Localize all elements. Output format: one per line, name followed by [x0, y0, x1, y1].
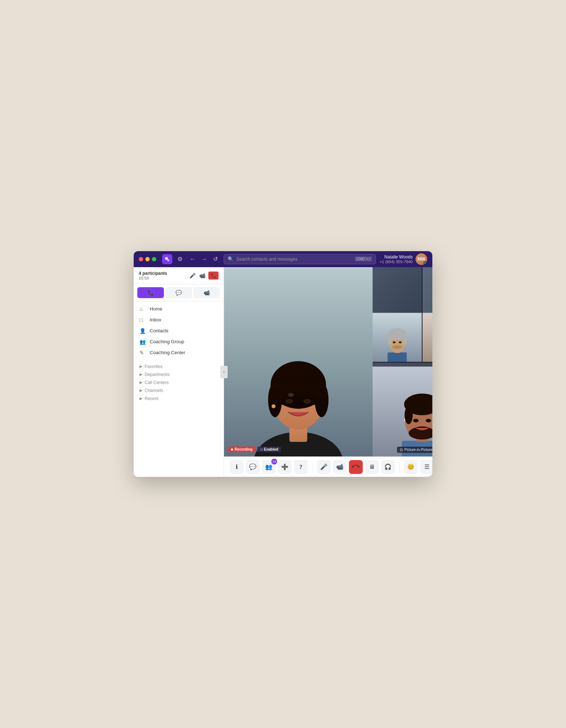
participant-video-2: [422, 267, 432, 362]
sidebar-tabs: 📞 💬 📹: [134, 284, 224, 301]
nav-label-contacts: Contacts: [150, 328, 168, 333]
end-call-small-button[interactable]: 📞: [208, 272, 219, 280]
sidebar: 4 participants 10:58 🎤 📹 📞 📞 💬 📹: [134, 267, 224, 477]
departments-label: Departments: [145, 372, 170, 377]
end-call-icon: 📞: [351, 462, 361, 472]
nav-arrows: ← → ↺: [188, 254, 220, 264]
tab-video[interactable]: 📹: [193, 287, 220, 298]
main-video-render: [224, 267, 373, 457]
inbox-icon: □: [139, 317, 146, 323]
call-centers-section[interactable]: ▶ Call Centers: [139, 379, 218, 387]
menu-button[interactable]: ☰: [420, 460, 432, 474]
svg-point-10: [315, 382, 329, 417]
search-shortcut: CMD + /: [355, 257, 372, 261]
add-participant-button[interactable]: ➕: [278, 460, 292, 474]
minimize-button[interactable]: [145, 257, 150, 261]
vi-enabled-tag: VI Enabled: [257, 447, 280, 452]
contacts-icon: 👤: [139, 328, 146, 334]
maximize-button[interactable]: [152, 257, 156, 261]
emoji-button[interactable]: 😊: [404, 460, 418, 474]
participants-badge: 19: [271, 459, 277, 464]
help-icon: ?: [299, 464, 302, 470]
svg-point-21: [402, 335, 407, 345]
svg-point-22: [393, 341, 396, 343]
recording-dot: [231, 448, 233, 451]
user-text: Natalie Woods +1 (604) 359-7840: [380, 254, 413, 264]
main-video-participant: Recording VI Enabled: [224, 267, 373, 457]
svg-point-48: [413, 419, 418, 423]
pip-icon: ⊡: [400, 448, 403, 452]
channels-section[interactable]: ▶ Channels: [139, 387, 218, 395]
screen-share-icon: 🖥: [369, 464, 375, 470]
mute-button[interactable]: 🎤: [317, 460, 331, 474]
nav-label-inbox: Inbox: [150, 317, 161, 323]
favorites-expand-icon: ▶: [139, 364, 142, 368]
video-container: Recording VI Enabled: [224, 267, 432, 477]
headset-icon: 🎧: [384, 463, 392, 470]
recent-section[interactable]: ▶ Recent: [139, 395, 218, 403]
nav-list: ⌂ Home □ Inbox 👤 Contacts 👥 Coaching Gro…: [134, 301, 224, 360]
top-video-row: [373, 267, 432, 362]
close-button[interactable]: [139, 257, 143, 261]
participant-2-render: [422, 267, 432, 362]
toolbar-divider-2: [399, 462, 400, 472]
chat-button[interactable]: 💬: [246, 460, 260, 474]
forward-button[interactable]: →: [199, 254, 209, 264]
user-info: Natalie Woods +1 (604) 359-7840 NW: [380, 253, 427, 265]
vi-label: Enabled: [264, 447, 278, 451]
call-centers-expand-icon: ▶: [139, 380, 142, 384]
participants-info: 4 participants 10:58 🎤 📹 📞: [139, 271, 219, 280]
user-phone: +1 (604) 359-7840: [380, 260, 413, 264]
coaching-group-icon: 👥: [139, 339, 146, 345]
pip-badge[interactable]: ⊡ Picture-in-Picture: [397, 447, 432, 453]
call-centers-label: Call Centers: [145, 380, 169, 385]
screen-share-button[interactable]: 🖥: [365, 460, 379, 474]
participant-video-1: [373, 267, 422, 362]
sidebar-nav: ⌂ Home □ Inbox 👤 Contacts 👥 Coaching Gro…: [134, 301, 224, 477]
toolbar-divider-1: [312, 462, 313, 472]
nav-item-coaching-center[interactable]: ✎ Coaching Center: [134, 347, 224, 358]
participants-button[interactable]: 👥 19: [262, 460, 276, 474]
video-call-button[interactable]: 📹: [199, 272, 206, 279]
search-input[interactable]: [236, 257, 352, 262]
video-button[interactable]: 📹: [333, 460, 347, 474]
favorites-section[interactable]: ▶ Favorites: [139, 363, 218, 371]
participants-icon: 👥: [265, 463, 272, 470]
svg-point-23: [399, 341, 402, 343]
nav-item-home[interactable]: ⌂ Home: [134, 304, 224, 314]
toolbar: ℹ 💬 👥 19 ➕ ?: [224, 456, 432, 477]
avatar[interactable]: NW: [416, 253, 427, 265]
recording-tag: Recording: [228, 447, 255, 452]
info-button[interactable]: ℹ: [230, 460, 244, 474]
refresh-button[interactable]: ↺: [211, 254, 220, 264]
toolbar-group-left: ℹ 💬 👥 19 ➕ ?: [230, 460, 308, 474]
mute-call-button[interactable]: 🎤: [189, 272, 196, 279]
back-button[interactable]: ←: [188, 254, 198, 264]
sidebar-collapse-button[interactable]: ‹: [220, 366, 228, 378]
call-controls: 🎤 📹 📞: [189, 272, 219, 280]
help-button[interactable]: ?: [294, 460, 308, 474]
svg-point-49: [426, 419, 431, 423]
settings-button[interactable]: ⚙: [176, 254, 184, 264]
nav-item-inbox[interactable]: □ Inbox: [134, 314, 224, 325]
svg-rect-25: [422, 313, 432, 362]
search-bar: 🔍 CMD + /: [224, 254, 376, 264]
participant-3-render: [373, 363, 432, 456]
headset-button[interactable]: 🎧: [381, 460, 395, 474]
svg-point-9: [268, 382, 282, 417]
app-logo: [162, 254, 172, 264]
main-content: 4 participants 10:58 🎤 📹 📞 📞 💬 📹: [134, 267, 432, 477]
svg-point-13: [272, 404, 276, 408]
participant-video-3: ⊡ Picture-in-Picture ⊞ Dynamic: [373, 362, 432, 456]
tab-chat[interactable]: 💬: [165, 287, 192, 298]
nav-item-contacts[interactable]: 👤 Contacts: [134, 325, 224, 336]
svg-point-14: [288, 393, 294, 397]
departments-section[interactable]: ▶ Departments: [139, 371, 218, 379]
end-call-button[interactable]: 📞: [349, 460, 363, 474]
video-grid: Recording VI Enabled: [224, 267, 432, 457]
svg-point-12: [303, 399, 311, 404]
tab-call[interactable]: 📞: [137, 287, 164, 298]
nav-item-coaching-group[interactable]: 👥 Coaching Group: [134, 336, 224, 347]
side-videos: ⊡ Picture-in-Picture ⊞ Dynamic: [373, 267, 432, 457]
recent-label: Recent: [145, 396, 158, 401]
